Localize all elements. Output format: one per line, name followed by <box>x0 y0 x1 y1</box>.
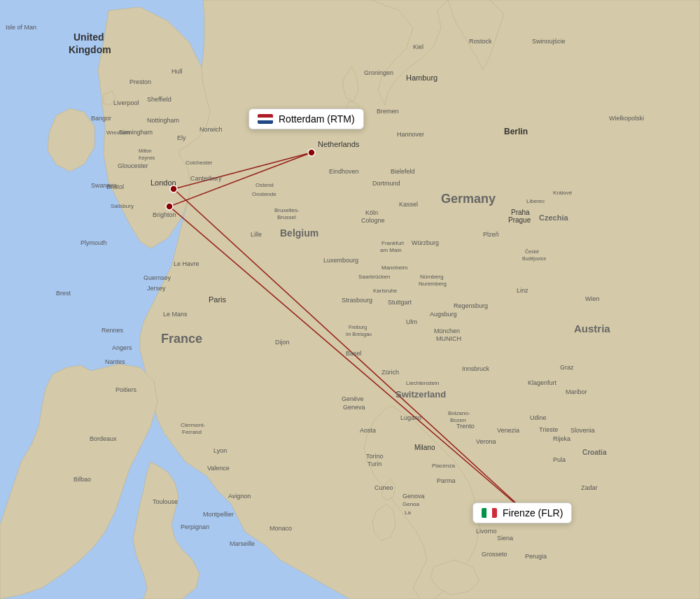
svg-text:France: France <box>161 332 202 346</box>
svg-text:Rostock: Rostock <box>469 38 492 45</box>
svg-text:im Breisgau: im Breisgau <box>346 332 372 337</box>
firenze-label: Firenze (FLR) <box>503 507 563 519</box>
svg-text:Jersey: Jersey <box>147 285 166 292</box>
svg-text:Udine: Udine <box>530 414 547 421</box>
svg-text:Geneva: Geneva <box>343 404 365 411</box>
svg-text:Milano: Milano <box>414 444 435 451</box>
svg-text:Canterbury: Canterbury <box>190 175 222 182</box>
svg-text:Bordeaux: Bordeaux <box>90 435 117 442</box>
svg-text:Hannover: Hannover <box>397 131 424 138</box>
svg-text:Turin: Turin <box>368 460 382 467</box>
svg-text:Norwich: Norwich <box>200 126 223 133</box>
svg-text:Le Mans: Le Mans <box>163 311 188 318</box>
svg-text:Kiel: Kiel <box>413 43 424 50</box>
svg-text:Bielefeld: Bielefeld <box>391 168 415 175</box>
svg-text:Angers: Angers <box>112 344 132 351</box>
netherlands-flag <box>258 114 273 124</box>
svg-text:Nantes: Nantes <box>105 358 125 365</box>
svg-text:Zürich: Zürich <box>382 369 399 376</box>
svg-text:Venezia: Venezia <box>497 427 519 434</box>
svg-text:Prague: Prague <box>508 216 531 224</box>
svg-text:Germany: Germany <box>441 192 496 206</box>
svg-text:Preston: Preston <box>130 78 151 85</box>
svg-text:MUNICH: MUNICH <box>436 335 461 342</box>
svg-text:Genève: Genève <box>342 395 364 402</box>
svg-text:Guernsey: Guernsey <box>144 274 172 281</box>
rotterdam-label: Rotterdam (RTM) <box>279 113 355 125</box>
svg-text:Brighton: Brighton <box>153 211 176 218</box>
svg-text:Innsbruck: Innsbruck <box>462 365 490 372</box>
svg-text:Swansea: Swansea <box>91 182 117 189</box>
svg-text:České: České <box>525 248 539 254</box>
svg-text:Trieste: Trieste <box>539 426 558 433</box>
svg-point-8 <box>166 203 173 210</box>
svg-text:Parma: Parma <box>437 477 456 484</box>
svg-text:Köln: Köln <box>365 209 378 216</box>
svg-text:La: La <box>405 509 411 516</box>
svg-text:Switzerland: Switzerland <box>396 389 446 400</box>
svg-text:Bilbao: Bilbao <box>74 476 91 483</box>
svg-text:Dijon: Dijon <box>275 339 290 346</box>
svg-text:Valence: Valence <box>207 465 230 472</box>
rotterdam-tooltip: Rotterdam (RTM) <box>248 108 364 129</box>
svg-text:Lille: Lille <box>251 231 262 238</box>
svg-text:Frankfurt: Frankfurt <box>382 240 405 246</box>
svg-text:Trento: Trento <box>456 423 475 430</box>
svg-text:Graz: Graz <box>560 364 574 371</box>
svg-text:Czechia: Czechia <box>539 213 568 222</box>
svg-text:Kingdom: Kingdom <box>69 44 111 55</box>
svg-text:Groningen: Groningen <box>364 69 393 76</box>
svg-text:Paris: Paris <box>209 295 227 304</box>
svg-text:Isle of Man: Isle of Man <box>6 24 36 31</box>
svg-text:Toulouse: Toulouse <box>153 498 178 505</box>
svg-text:Bremen: Bremen <box>377 108 399 115</box>
svg-text:Netherlands: Netherlands <box>318 140 360 148</box>
svg-text:Strasbourg: Strasbourg <box>342 297 372 304</box>
svg-text:Siena: Siena <box>497 535 513 542</box>
svg-text:Wielkopolski: Wielkopolski <box>609 115 644 122</box>
svg-text:Gloucester: Gloucester <box>118 162 148 169</box>
svg-text:Croatia: Croatia <box>582 449 607 456</box>
svg-text:Genoa: Genoa <box>402 501 420 507</box>
svg-text:Grosseto: Grosseto <box>482 551 507 558</box>
svg-point-5 <box>308 149 315 156</box>
svg-text:Ulm: Ulm <box>406 318 417 325</box>
svg-text:Montpellier: Montpellier <box>203 511 234 518</box>
svg-text:Luxembourg: Luxembourg <box>323 257 358 264</box>
svg-text:Cuneo: Cuneo <box>374 484 393 491</box>
svg-text:Aosta: Aosta <box>360 427 376 434</box>
svg-text:Lyon: Lyon <box>214 447 227 454</box>
svg-text:Ferrand: Ferrand <box>182 429 202 435</box>
svg-text:Clermont-: Clermont- <box>181 422 205 428</box>
italy-flag <box>482 508 497 518</box>
svg-text:Verona: Verona <box>476 438 496 445</box>
svg-text:Colchester: Colchester <box>186 160 213 166</box>
svg-text:Králové: Králové <box>553 190 573 196</box>
svg-text:Karlsruhe: Karlsruhe <box>373 288 398 294</box>
svg-text:Slovenia: Slovenia <box>570 427 595 434</box>
svg-text:Bozen: Bozen <box>450 417 466 423</box>
svg-text:München: München <box>434 327 460 334</box>
svg-text:Regensburg: Regensburg <box>454 302 488 309</box>
svg-text:Swinoujście: Swinoujście <box>532 38 566 45</box>
svg-text:Marseille: Marseille <box>230 540 255 547</box>
svg-text:Zadar: Zadar <box>581 484 598 491</box>
svg-text:Hull: Hull <box>172 68 183 75</box>
svg-text:Monaco: Monaco <box>270 525 292 532</box>
svg-text:Liechtenstein: Liechtenstein <box>406 380 439 386</box>
svg-text:Maribor: Maribor <box>566 388 587 395</box>
svg-text:Budějovice: Budějovice <box>522 256 546 262</box>
map-container: Isle of Man United Kingdom London Bright… <box>0 0 700 599</box>
svg-text:Mannheim: Mannheim <box>382 265 408 271</box>
svg-text:Bruxelles-: Bruxelles- <box>274 207 300 213</box>
svg-text:Milton: Milton <box>139 148 152 153</box>
svg-text:Keynes: Keynes <box>139 155 155 161</box>
svg-text:Pula: Pula <box>553 456 566 463</box>
svg-text:Basel: Basel <box>346 350 362 357</box>
svg-text:Dortmund: Dortmund <box>372 180 400 187</box>
svg-text:Würzburg: Würzburg <box>412 239 439 246</box>
svg-text:Cologne: Cologne <box>361 217 385 224</box>
svg-text:Nürnberg: Nürnberg <box>420 274 443 280</box>
svg-text:Hamburg: Hamburg <box>406 73 438 82</box>
svg-text:United: United <box>74 31 104 43</box>
